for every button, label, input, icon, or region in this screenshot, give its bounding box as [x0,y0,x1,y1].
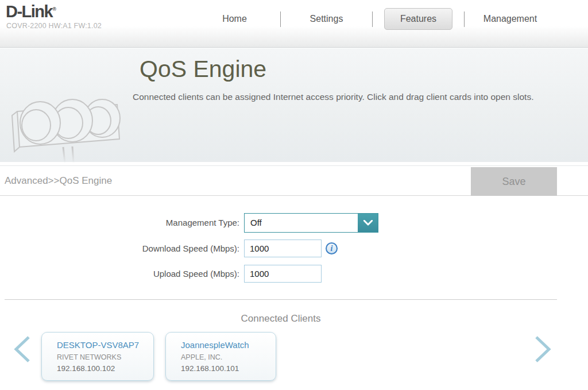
connected-clients-heading: Connected Clients [0,313,562,325]
client-ip: 192.168.100.101 [181,364,276,373]
upload-speed-input[interactable] [244,265,322,283]
client-name: DESKTOP-VSV8AP7 [57,340,153,350]
main-nav: Home Settings Features Management [189,7,556,30]
device-model-label: COVR-2200 HW:A1 FW:1.02 [6,22,102,30]
page-hero: QoS Engine Connected clients can be assi… [0,48,588,162]
traffic-light-illustration [5,83,136,163]
management-type-select[interactable]: Off [244,213,378,233]
page-description: Connected clients can be assigned Intern… [133,92,533,102]
nav-tab-management-label: Management [483,9,537,29]
nav-tab-settings-label: Settings [310,9,343,29]
breadcrumb: Advanced>>QoS Engine [5,175,112,187]
management-type-value: Off [245,214,358,232]
logo-text: D-Link [6,2,52,21]
nav-tab-management[interactable]: Management [465,9,556,29]
nav-tab-settings[interactable]: Settings [281,9,372,29]
chevron-left-icon[interactable] [13,335,32,363]
client-card[interactable]: JoannespleWatch APPLE, INC. 192.168.100.… [165,332,276,381]
info-icon[interactable]: i [326,242,338,254]
nav-tab-features[interactable]: Features [373,8,464,30]
chevron-right-icon[interactable] [533,335,552,363]
section-divider [5,299,557,300]
top-bar: D-Link® COVR-2200 HW:A1 FW:1.02 Home Set… [0,0,588,48]
chevron-down-icon[interactable] [358,214,378,232]
download-speed-input[interactable] [244,240,322,257]
page-title: QoS Engine [140,56,266,83]
management-type-label: Management Type: [0,213,239,233]
client-ip: 192.168.100.102 [57,364,153,373]
download-speed-label: Download Speed (Mbps): [0,240,239,257]
client-name: JoannespleWatch [181,340,276,350]
nav-tab-home[interactable]: Home [189,9,280,29]
dlink-logo: D-Link® [6,2,56,21]
nav-tab-home-label: Home [222,9,247,29]
nav-tab-features-label: Features [384,8,452,30]
client-vendor: RIVET NETWORKS [57,353,153,361]
save-button[interactable]: Save [471,167,557,196]
client-vendor: APPLE, INC. [181,353,276,361]
registered-mark: ® [52,6,56,12]
upload-speed-label: Upload Speed (Mbps): [0,265,239,283]
client-card[interactable]: DESKTOP-VSV8AP7 RIVET NETWORKS 192.168.1… [41,332,154,381]
